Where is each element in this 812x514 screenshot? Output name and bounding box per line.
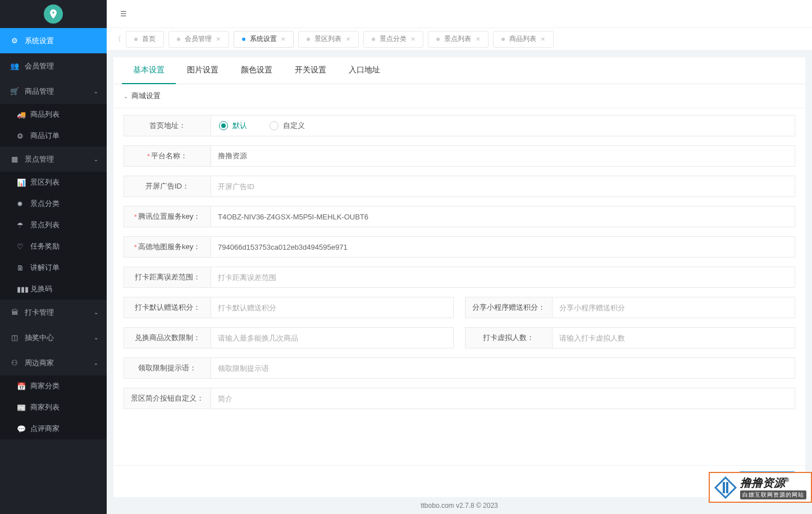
nav-member-manage[interactable]: 👥 会员管理 [0,53,107,79]
radio-default[interactable]: 默认 [219,121,247,131]
subnav-product-list[interactable]: 🚚 商品列表 [0,104,107,125]
input-default-points[interactable] [211,297,454,318]
input-gd-key[interactable] [211,236,795,258]
label-splash-ad: 开屏广告ID： [124,176,211,197]
watermark-subtitle: 白嫖互联网资源的网站 [740,490,806,499]
row-intro-btn: 景区简介按钮自定义： [124,388,795,409]
label-share-points: 分享小程序赠送积分： [465,297,552,318]
close-icon[interactable]: × [411,35,416,43]
subnav-spot-list[interactable]: ☂景点列表 [0,214,107,236]
section-header[interactable]: ⌄ 商城设置 [113,84,805,108]
tab-label: 会员管理 [185,34,212,44]
database-icon: ◫ [10,333,19,342]
chevron-down-icon: ⌄ [94,309,98,315]
logo-icon [44,4,63,24]
subnav-explain-order[interactable]: 🗎讲解订单 [0,257,107,278]
close-icon[interactable]: × [541,35,545,43]
chevron-down-icon: ⌄ [94,334,98,341]
tab-spot-category[interactable]: 景点分类× [363,31,424,48]
sub-nav-product: 🚚 商品列表 ⚙ 商品订单 [0,104,107,146]
menu-toggle-icon: ☰ [120,10,127,18]
nav-label: 景点列表 [30,220,60,230]
close-icon[interactable]: × [216,35,221,43]
nav-label: 商家分类 [30,381,60,391]
radio-custom[interactable]: 自定义 [270,121,305,131]
nav-label: 商家列表 [30,402,60,412]
label-limit-tip: 领取限制提示语： [124,357,211,379]
tab-home[interactable]: 首页 [126,31,164,48]
inner-tab-color[interactable]: 颜色设置 [230,57,284,84]
inner-tab-image[interactable]: 图片设置 [176,57,230,84]
tab-dot-icon [372,38,375,41]
nav-nearby-merchant[interactable]: ⚇ 周边商家 ⌃ [0,350,107,375]
inner-tab-basic[interactable]: 基本设置 [122,57,176,84]
tab-label: 商品列表 [509,34,536,44]
close-icon[interactable]: × [346,35,350,43]
svg-rect-2 [726,482,728,493]
inner-tab-switch[interactable]: 开关设置 [284,57,337,84]
nav-label: 任务奖励 [30,241,60,251]
umbrella-icon: ☂ [17,221,26,230]
dashboard-icon: 📊 [17,178,26,187]
label-default-points: 打卡默认赠送积分： [124,297,211,318]
nav-label: 景区列表 [30,177,60,187]
tab-spot-list[interactable]: 景点列表× [428,31,489,48]
nav-menu: ⚙ 系统设置 👥 会员管理 🛒 商品管理 ⌃ 🚚 商品列表 ⚙ 商品订单 [0,28,107,439]
subnav-spot-category[interactable]: ✹景点分类 [0,193,107,214]
inner-tab-entry[interactable]: 入口地址 [337,57,391,84]
label-exchange-limit: 兑换商品次数限制： [124,327,211,348]
subnav-merchant-category[interactable]: 📅商家分类 [0,375,107,397]
tab-product-list[interactable]: 商品列表× [493,31,554,48]
nav-label: 周边商家 [25,358,54,368]
close-icon[interactable]: × [476,35,480,43]
subnav-area-list[interactable]: 📊景区列表 [0,172,107,193]
tabs-prev-button[interactable]: 〈 [111,28,124,50]
input-share-points[interactable] [552,297,795,318]
input-virtual-people[interactable] [552,327,795,348]
input-distance-err[interactable] [211,267,795,288]
nav-spot-manage[interactable]: ▦ 景点管理 ⌃ [0,146,107,172]
tab-system-settings[interactable]: 系统设置× [234,31,294,48]
input-splash-ad[interactable] [211,176,795,197]
save-bar: 确认保存 [113,465,805,497]
radio-label: 自定义 [283,121,305,131]
tab-dot-icon [177,38,180,41]
nav-lottery-center[interactable]: ◫ 抽奖中心 ⌄ [0,325,107,350]
subnav-merchant-list[interactable]: 📰商家列表 [0,397,107,418]
tab-dot-icon [501,38,505,41]
nav-checkin-manage[interactable]: 🏛 打卡管理 ⌄ [0,300,107,325]
tab-dot-icon [134,38,138,41]
subnav-task-reward[interactable]: ♡任务奖励 [0,236,107,257]
nav-system-settings[interactable]: ⚙ 系统设置 [0,28,107,53]
newspaper-icon: 📰 [17,403,26,412]
main: ☰ 〈 首页 会员管理× 系统设置× 景区列表× 景点分类× 景点列表× 商品列… [107,0,812,514]
bank-icon: 🏛 [10,308,19,316]
subnav-merchant-review[interactable]: 💬点评商家 [0,418,107,439]
label-distance-err: 打卡距离误差范围： [124,267,211,288]
users-icon: 👥 [10,62,19,70]
heart-icon: ♡ [17,242,26,251]
nav-label: 点评商家 [30,424,60,434]
tab-area-list[interactable]: 景区列表× [298,31,359,48]
subnav-redeem-code[interactable]: ▮▮▮兑换码 [0,278,107,300]
watermark: 撸撸资源® 白嫖互联网资源的网站 [709,472,812,503]
chevron-down-icon: ⌃ [94,156,98,162]
menu-toggle-button[interactable]: ☰ [115,6,132,22]
tab-member[interactable]: 会员管理× [168,31,229,48]
input-tx-key[interactable] [211,206,795,227]
subnav-product-order[interactable]: ⚙ 商品订单 [0,125,107,146]
chevron-down-icon: ⌃ [94,360,98,366]
nav-product-manage[interactable]: 🛒 商品管理 ⌃ [0,79,107,104]
sub-nav-merchant: 📅商家分类 📰商家列表 💬点评商家 [0,375,107,439]
close-icon[interactable]: × [281,35,286,43]
input-limit-tip[interactable] [211,357,795,379]
radio-label: 默认 [232,121,247,131]
input-platform[interactable] [211,145,795,167]
input-exchange-limit[interactable] [211,327,454,348]
tab-label: 系统设置 [250,34,277,44]
label-home-addr: 首页地址： [124,115,211,136]
input-intro-btn[interactable] [211,388,795,409]
barcode-icon: ▮▮▮ [17,285,26,293]
row-points: 打卡默认赠送积分： 分享小程序赠送积分： [124,297,795,318]
radio-circle-icon [219,121,228,130]
